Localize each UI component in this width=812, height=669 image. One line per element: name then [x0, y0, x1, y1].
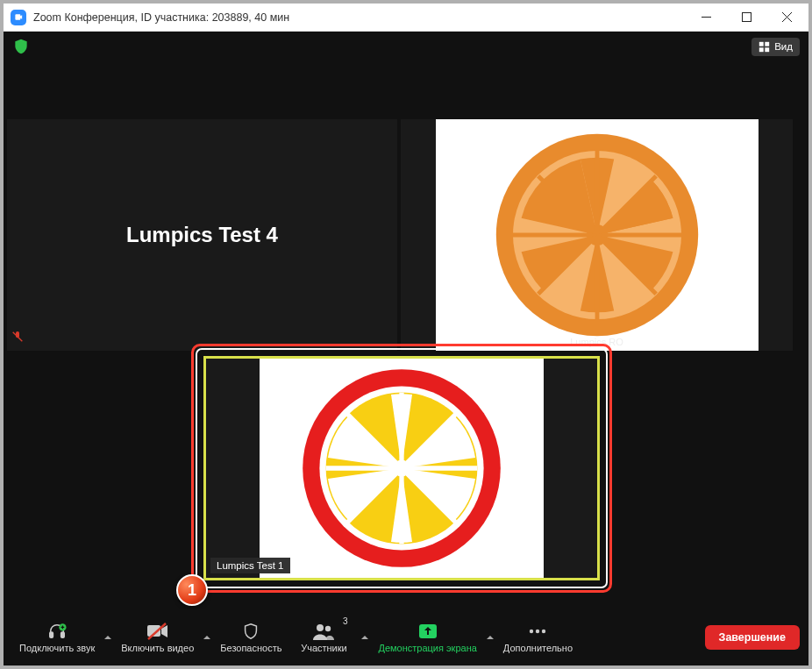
participants-chevron[interactable]	[359, 633, 371, 642]
encryption-shield-icon[interactable]	[12, 38, 30, 55]
svg-point-41	[542, 630, 545, 633]
shield-icon	[241, 622, 260, 641]
annotation-badge: 1	[176, 574, 208, 606]
video-off-icon	[146, 622, 169, 641]
toolbar-label: Дополнительно	[503, 643, 573, 653]
more-icon	[527, 622, 548, 641]
end-meeting-button[interactable]: Завершение	[705, 625, 800, 650]
share-chevron[interactable]	[484, 633, 496, 642]
join-audio-button[interactable]: Подключить звук	[12, 618, 102, 657]
mic-muted-icon	[11, 330, 25, 347]
meeting-topbar: Вид	[4, 32, 808, 61]
svg-point-36	[317, 624, 324, 631]
close-button[interactable]	[766, 4, 807, 32]
meeting-area: Вид Lumpics Test 4	[4, 32, 808, 665]
meeting-toolbar: Подключить звук Включить видео Безопасно…	[4, 609, 808, 665]
share-screen-icon	[417, 622, 438, 641]
svg-rect-6	[759, 47, 764, 52]
maximize-button[interactable]	[726, 4, 766, 32]
start-video-button[interactable]: Включить видео	[114, 618, 201, 657]
svg-rect-1	[742, 13, 751, 22]
self-avatar	[260, 359, 544, 578]
minimize-button[interactable]	[686, 4, 726, 32]
participant-tile[interactable]: Lumpics RO	[401, 119, 793, 351]
toolbar-label: Безопасность	[220, 643, 281, 653]
audio-chevron[interactable]	[102, 633, 114, 642]
view-mode-button[interactable]: Вид	[751, 38, 800, 56]
end-label: Завершение	[719, 631, 786, 644]
svg-point-40	[536, 630, 539, 633]
view-label: Вид	[774, 41, 793, 52]
headphones-icon	[46, 622, 68, 641]
svg-point-30	[393, 459, 410, 476]
svg-point-39	[530, 630, 533, 633]
participant-name: Lumpics Test 4	[126, 223, 278, 247]
share-screen-button[interactable]: Демонстрация экрана	[371, 618, 483, 657]
zoom-app-icon	[11, 10, 26, 25]
participants-button[interactable]: 3 Участники	[288, 618, 359, 657]
window-title: Zoom Конференция, ID участника: 203889, …	[33, 11, 686, 24]
video-chevron[interactable]	[201, 633, 213, 642]
participant-avatar	[436, 119, 759, 351]
toolbar-label: Участники	[301, 643, 347, 653]
participants-icon	[312, 622, 335, 641]
svg-point-37	[325, 626, 331, 631]
svg-rect-7	[766, 47, 770, 52]
participants-count: 3	[343, 616, 348, 626]
toolbar-label: Подключить звук	[19, 643, 95, 653]
more-button[interactable]: Дополнительно	[496, 618, 580, 657]
svg-rect-31	[50, 632, 53, 637]
self-video-tile[interactable]: Lumpics Test 1	[203, 356, 600, 580]
svg-rect-5	[766, 41, 770, 46]
participant-tile[interactable]: Lumpics Test 4	[7, 119, 397, 351]
toolbar-label: Демонстрация экрана	[378, 643, 476, 653]
toolbar-label: Включить видео	[121, 643, 194, 653]
security-button[interactable]: Безопасность	[213, 618, 288, 657]
svg-rect-32	[61, 632, 65, 637]
titlebar: Zoom Конференция, ID участника: 203889, …	[4, 4, 808, 32]
highlighted-self-tile: Lumpics Test 1 1	[191, 344, 612, 593]
self-name-label: Lumpics Test 1	[210, 558, 290, 573]
svg-rect-4	[759, 41, 764, 46]
video-stage: Lumpics Test 4	[7, 119, 805, 587]
window-frame: Zoom Конференция, ID участника: 203889, …	[0, 0, 812, 669]
